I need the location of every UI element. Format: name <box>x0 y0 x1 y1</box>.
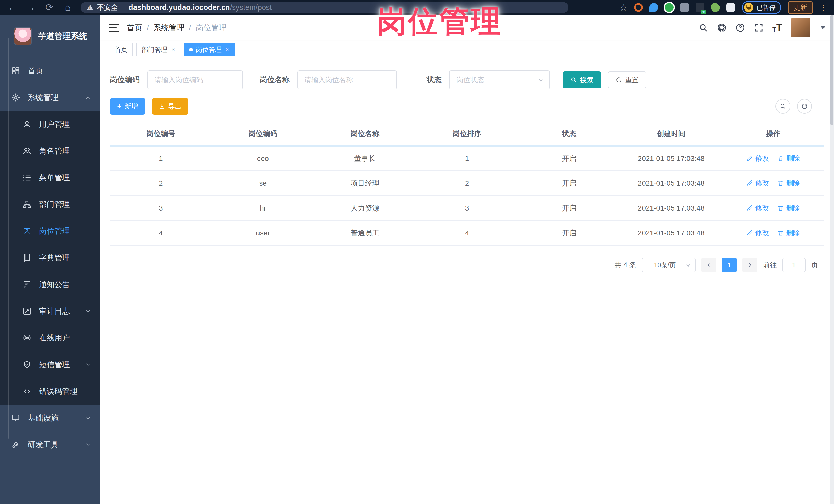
filter-form: 岗位编码 岗位名称 状态 搜索 重置 <box>110 70 824 89</box>
active-tab-dot <box>189 48 193 51</box>
tab-2[interactable]: 岗位管理× <box>183 43 235 56</box>
dept-tree-icon <box>23 200 31 209</box>
table-row: 4user普通员工4开启2021-01-05 17:03:48修改删除 <box>110 221 824 245</box>
gear-icon <box>11 93 20 102</box>
delete-link[interactable]: 删除 <box>777 178 800 188</box>
avatar-caret-icon[interactable] <box>821 26 825 29</box>
sidebar-item-14[interactable]: 研发工具 <box>0 431 100 458</box>
export-button[interactable]: 导出 <box>152 98 189 114</box>
chevron-down <box>85 415 91 421</box>
toggle-search-button[interactable] <box>775 99 790 114</box>
extension-icon-blue-drop[interactable] <box>650 3 658 12</box>
column-header: 岗位名称 <box>314 122 416 146</box>
delete-link[interactable]: 删除 <box>777 203 800 213</box>
refresh-icon <box>801 103 808 110</box>
tab-1[interactable]: 部门管理× <box>136 43 180 56</box>
post-code-input[interactable] <box>147 70 243 89</box>
status-select[interactable] <box>449 70 550 89</box>
goto-label: 前往 <box>763 260 777 269</box>
cell-actions: 修改删除 <box>722 146 824 171</box>
extension-icon-gray[interactable] <box>680 3 689 12</box>
cell-status: 开启 <box>518 196 620 221</box>
github-icon[interactable] <box>717 23 727 32</box>
extension-icon-orange-ring[interactable] <box>634 3 643 12</box>
sidebar-item-13[interactable]: 基础设施 <box>0 404 100 431</box>
profile-paused-badge[interactable]: 已暂停 <box>742 1 781 14</box>
tags-view-bar: 首页部门管理×岗位管理× <box>100 41 834 59</box>
sidebar-item-0[interactable]: 首页 <box>0 58 100 84</box>
extension-icon-puzzle[interactable] <box>726 3 735 12</box>
extension-icon-green-check[interactable] <box>665 3 674 12</box>
tab-close-icon[interactable]: × <box>172 46 175 53</box>
edit-link[interactable]: 修改 <box>746 228 769 238</box>
url-path: /system/post <box>230 3 272 12</box>
sidebar-item-3[interactable]: 角色管理 <box>0 138 100 164</box>
column-header: 状态 <box>518 122 620 146</box>
sidebar-item-8[interactable]: 通知公告 <box>0 271 100 298</box>
user-icon <box>23 120 31 129</box>
window-scrollbar-thumb[interactable] <box>830 15 833 125</box>
cell-sort: 2 <box>416 171 518 196</box>
search-button[interactable]: 搜索 <box>563 71 601 88</box>
browser-reload-icon[interactable]: ⟳ <box>44 3 55 12</box>
sidebar-item-label: 系统管理 <box>28 92 59 103</box>
cell-actions: 修改删除 <box>722 171 824 196</box>
hamburger-icon[interactable] <box>109 23 119 32</box>
dev-tool-icon <box>11 440 20 449</box>
audit-log-icon <box>23 307 31 315</box>
cell-name: 人力资源 <box>314 196 416 221</box>
browser-update-button[interactable]: 更新 <box>788 1 813 14</box>
sidebar-item-11[interactable]: 短信管理 <box>0 351 100 378</box>
sidebar-item-6[interactable]: 岗位管理 <box>0 218 100 244</box>
security-label[interactable]: 不安全 <box>97 3 118 12</box>
pagination: 共 4 条 10条/页 1 前往 页 <box>110 258 824 272</box>
window-scrollbar[interactable] <box>830 15 834 504</box>
sidebar-item-12[interactable]: 错误码管理 <box>0 378 100 404</box>
sidebar-item-7[interactable]: 字典管理 <box>0 244 100 271</box>
edit-link[interactable]: 修改 <box>746 178 769 188</box>
tab-close-icon[interactable]: × <box>226 46 229 53</box>
breadcrumb-system[interactable]: 系统管理 <box>154 23 184 33</box>
column-header: 操作 <box>722 122 824 146</box>
reset-button[interactable]: 重置 <box>608 71 646 88</box>
refresh-button[interactable] <box>797 99 812 114</box>
sidebar-item-1[interactable]: 系统管理 <box>0 84 100 111</box>
edit-link[interactable]: 修改 <box>746 203 769 213</box>
page-number-button[interactable]: 1 <box>722 258 737 272</box>
tab-0[interactable]: 首页 <box>109 43 133 56</box>
page-size-select[interactable]: 10条/页 <box>642 258 696 272</box>
bookmark-star-icon[interactable]: ☆ <box>620 2 627 13</box>
next-page-button[interactable] <box>742 258 757 272</box>
font-size-icon[interactable]: TT <box>772 22 782 34</box>
delete-link[interactable]: 删除 <box>777 154 800 163</box>
edit-link[interactable]: 修改 <box>746 154 769 163</box>
table-row: 3hr人力资源3开启2021-01-05 17:03:48修改删除 <box>110 196 824 221</box>
browser-home-icon[interactable]: ⌂ <box>62 3 73 12</box>
fullscreen-icon[interactable] <box>754 23 764 32</box>
breadcrumb-home[interactable]: 首页 <box>127 23 142 33</box>
post-name-label: 岗位名称 <box>260 75 289 85</box>
extension-icon-green-leaf[interactable] <box>711 3 720 12</box>
sidebar-item-4[interactable]: 菜单管理 <box>0 164 100 191</box>
delete-link[interactable]: 删除 <box>777 228 800 238</box>
sidebar-item-2[interactable]: 用户管理 <box>0 111 100 138</box>
search-icon[interactable] <box>699 23 708 32</box>
goto-page-input[interactable] <box>783 258 806 272</box>
cell-created: 2021-01-05 17:03:48 <box>620 221 722 245</box>
prev-page-button[interactable] <box>701 258 716 272</box>
sidebar-scrollbar[interactable] <box>8 38 9 439</box>
user-avatar[interactable] <box>791 18 810 38</box>
browser-back-icon[interactable]: ← <box>7 3 18 12</box>
sidebar-item-10[interactable]: 在线用户 <box>0 325 100 351</box>
add-button[interactable]: +新增 <box>110 98 145 114</box>
browser-forward-icon[interactable]: → <box>25 3 37 12</box>
extension-icon-dark-cn[interactable]: cn <box>696 3 704 12</box>
security-warning-icon <box>87 5 93 10</box>
sidebar-item-label: 岗位管理 <box>39 226 70 237</box>
sidebar-item-5[interactable]: 部门管理 <box>0 191 100 218</box>
browser-menu-icon[interactable]: ⋮ <box>820 3 827 12</box>
app-logo-row[interactable]: 芋道管理系统 <box>0 15 100 58</box>
sidebar-item-9[interactable]: 审计日志 <box>0 298 100 325</box>
post-name-input[interactable] <box>297 70 397 89</box>
help-icon[interactable] <box>736 23 745 32</box>
